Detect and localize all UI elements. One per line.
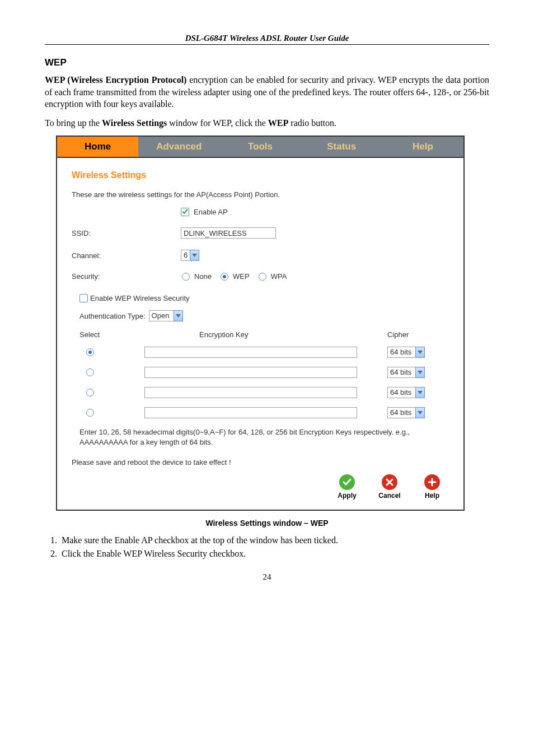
tab-home[interactable]: Home	[57, 137, 138, 157]
chevron-down-icon	[174, 310, 183, 321]
svg-marker-1	[176, 314, 181, 318]
p2e: radio button.	[288, 118, 336, 128]
step-2: Click the Enable WEP Wireless Security c…	[59, 549, 489, 559]
intro-paragraph-2: To bring up the Wireless Settings window…	[45, 117, 489, 129]
cipher-value-4: 64 bits	[387, 407, 415, 418]
auth-type-label: Authentication Type:	[79, 312, 146, 320]
tab-tools[interactable]: Tools	[219, 137, 301, 157]
enable-ap-label: Enable AP	[194, 208, 228, 216]
encryption-key-input-3[interactable]	[144, 387, 357, 398]
cancel-label: Cancel	[378, 492, 400, 500]
chevron-down-icon	[415, 407, 425, 418]
key-row-3: 64 bits	[79, 387, 449, 398]
cipher-value-3: 64 bits	[387, 387, 415, 398]
key-table-head: Select Encryption Key Cipher	[79, 330, 449, 339]
panel: Wireless Settings These are the wireless…	[57, 157, 463, 510]
tab-advanced[interactable]: Advanced	[138, 137, 219, 157]
chevron-down-icon	[415, 347, 425, 358]
security-wep-label: WEP	[233, 272, 250, 281]
help-button[interactable]	[424, 474, 440, 490]
chevron-down-icon	[415, 387, 425, 398]
security-radio-wpa[interactable]	[259, 273, 266, 281]
enable-wep-security-label: Enable WEP Wireless Security	[90, 294, 190, 302]
panel-description: These are the wireless settings for the …	[72, 190, 280, 199]
screenshot: Home Advanced Tools Status Help Wireless…	[56, 136, 465, 511]
encryption-key-input-1[interactable]	[144, 347, 357, 358]
apply-label: Apply	[338, 492, 356, 500]
auth-type-value: Open	[149, 310, 174, 321]
security-radio-none[interactable]	[182, 273, 190, 281]
tab-help[interactable]: Help	[382, 137, 463, 157]
ssid-input[interactable]: DLINK_WIRELESS	[181, 227, 276, 239]
enable-wep-security-checkbox[interactable]	[79, 294, 88, 302]
security-none-label: None	[194, 272, 212, 281]
wep-term: WEP (Wireless Encryption Protocol)	[45, 75, 186, 85]
apply-button[interactable]	[339, 474, 355, 490]
button-row: Apply Cancel Help	[72, 474, 449, 500]
ssid-label: SSID:	[72, 229, 181, 237]
svg-marker-4	[418, 391, 423, 394]
channel-label: Channel:	[72, 251, 181, 260]
key-select-radio-4[interactable]	[86, 409, 94, 417]
chevron-down-icon	[190, 250, 199, 261]
key-select-radio-3[interactable]	[86, 389, 94, 396]
encryption-key-input-2[interactable]	[144, 367, 357, 378]
cipher-select-2[interactable]: 64 bits	[387, 367, 425, 378]
cipher-select-1[interactable]: 64 bits	[387, 347, 425, 358]
svg-marker-3	[418, 371, 423, 374]
cipher-value-2: 64 bits	[387, 367, 415, 378]
chevron-down-icon	[415, 367, 425, 378]
p2c: window for WEP, click the	[167, 118, 268, 128]
svg-marker-0	[192, 254, 197, 257]
tab-status[interactable]: Status	[301, 137, 382, 157]
security-wpa-label: WPA	[271, 272, 287, 281]
key-row-4: 64 bits	[79, 407, 449, 418]
section-heading: WEP	[45, 57, 489, 68]
key-select-radio-1[interactable]	[86, 348, 94, 356]
reboot-note: Please save and reboot the device to tak…	[72, 458, 449, 466]
tab-bar: Home Advanced Tools Status Help	[57, 137, 463, 157]
encryption-key-input-4[interactable]	[144, 407, 357, 418]
head-encryption-key: Encryption Key	[139, 330, 387, 339]
enable-ap-checkbox[interactable]	[181, 208, 189, 216]
cancel-button[interactable]	[382, 474, 397, 490]
key-row-1: 64 bits	[79, 347, 449, 358]
head-select: Select	[79, 330, 139, 339]
key-row-2: 64 bits	[79, 367, 449, 378]
svg-marker-2	[418, 351, 423, 354]
channel-value: 6	[181, 250, 190, 261]
cipher-select-4[interactable]: 64 bits	[387, 407, 425, 418]
figure-caption: Wireless Settings window – WEP	[45, 519, 489, 528]
p2b: Wireless Settings	[102, 118, 167, 128]
panel-title: Wireless Settings	[72, 170, 449, 180]
security-label: Security:	[72, 272, 181, 281]
key-select-radio-2[interactable]	[86, 368, 94, 376]
intro-paragraph: WEP (Wireless Encryption Protocol) encry…	[45, 74, 489, 110]
svg-marker-5	[418, 411, 423, 414]
security-radio-wep[interactable]	[221, 273, 228, 281]
head-cipher: Cipher	[387, 330, 449, 339]
cipher-value-1: 64 bits	[387, 347, 415, 358]
p2a: To bring up the	[45, 118, 102, 128]
hex-note: Enter 10, 26, 58 hexadecimal digits(0~9,…	[79, 427, 449, 447]
auth-type-select[interactable]: Open	[149, 310, 183, 321]
doc-header: DSL-G684T Wireless ADSL Router User Guid…	[45, 34, 489, 43]
steps-list: Make sure the Enable AP checkbox at the …	[45, 535, 489, 559]
rule	[45, 44, 489, 45]
channel-select[interactable]: 6	[181, 250, 199, 261]
page-number: 24	[45, 572, 489, 582]
help-label: Help	[425, 492, 439, 500]
p2d: WEP	[268, 118, 288, 128]
step-1: Make sure the Enable AP checkbox at the …	[59, 535, 489, 545]
cipher-select-3[interactable]: 64 bits	[387, 387, 425, 398]
